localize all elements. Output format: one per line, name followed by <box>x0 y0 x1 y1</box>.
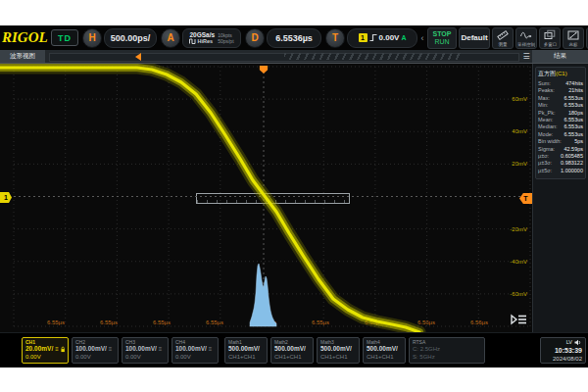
volt-axis-label: 60mV <box>512 96 527 102</box>
volt-axis-label: -60mV <box>510 291 527 297</box>
rtsa-span: S: 5GHz <box>413 353 481 361</box>
tab-waveform-view[interactable]: 波形视图 <box>0 50 45 63</box>
delay-display[interactable]: 6.5536µs <box>267 28 321 48</box>
stat-row: μ±3σ:0.983122 <box>538 160 583 167</box>
math3-expression: CH1+CH1 <box>320 353 356 361</box>
results-panel: 直方图(C1) Sum:474hits Peaks:21hits Max:6.5… <box>532 64 588 332</box>
time-axis-label: 6.55µs <box>100 319 118 325</box>
time-axis-label: 6.56µs <box>470 319 488 325</box>
run-stop-button[interactable]: STOP RUN <box>427 27 457 49</box>
view-menu-icon[interactable]: ☰ <box>520 53 532 61</box>
ruler-icon <box>497 29 509 41</box>
toolbar-scroll-left[interactable]: ‹ <box>419 33 425 43</box>
ch1-offset: 0.00V <box>25 353 65 361</box>
screenshot-page: RIGOL TD H 500.00ps/ A 20GSa/s 10kpts Hi… <box>0 0 588 392</box>
volt-axis-label: -40mV <box>510 259 527 265</box>
acquisition-knob[interactable]: A <box>161 28 180 48</box>
delay-knob[interactable]: D <box>245 28 265 48</box>
ch1-scale: 20.00mV/ <box>25 345 53 353</box>
cursor-icon <box>567 29 579 41</box>
stat-row: Sigma:42.59ps <box>538 146 583 153</box>
cursor-button[interactable]: 光标 <box>563 27 584 49</box>
trigger-sweep-mode: A <box>401 34 406 41</box>
acquisition-display[interactable]: 20GSa/s 10kpts HiRes 50ps/pt <box>182 28 241 48</box>
sample-control-button[interactable]: 采样控制 <box>515 27 537 49</box>
ch3-offset: 0.00V <box>125 353 165 361</box>
ch4-offset: 0.00V <box>175 353 215 361</box>
stat-row: Max:6.553us <box>538 95 583 102</box>
stat-row: Median:6.553us <box>538 123 583 130</box>
volt-axis-label: 20mV <box>512 161 527 167</box>
top-toolbar: RIGOL TD H 500.00ps/ A 20GSa/s 10kpts Hi… <box>0 25 588 50</box>
trigger-position-marker[interactable] <box>260 66 269 74</box>
channel-box-ch3[interactable]: CH3 100.00mV/≡ 0.00V <box>122 337 169 364</box>
stat-row: Peaks:21hits <box>538 87 583 94</box>
channel-box-ch2[interactable]: CH2 100.00mV/≡ 0.00V <box>72 337 119 364</box>
coupling-icon: ≡ <box>159 346 163 352</box>
stat-row: Min:6.553us <box>538 102 583 109</box>
stats-channel-text: (C1) <box>556 71 567 76</box>
default-button[interactable]: Default <box>459 27 490 49</box>
horizontal-knob[interactable]: H <box>82 28 102 48</box>
coupling-icon: ≡ <box>209 346 213 352</box>
main-area: 6.55µs 6.55µs 6.55µs 6.55µs 6.55µs 6.55µ… <box>0 64 588 332</box>
volt-axis-label: 40mV <box>512 128 527 134</box>
multi-window-icon <box>544 29 556 41</box>
time-axis-label: 6.55µs <box>206 319 223 325</box>
math1-expression: CH1+CH1 <box>228 353 264 361</box>
ch4-scale: 100.00mV/ <box>175 345 207 353</box>
time-axis-label: 6.55µs <box>259 319 276 325</box>
math-box-math3[interactable]: Math3 500.00mV/ CH1+CH1 <box>317 337 360 364</box>
acquire-mode: HiRes <box>197 38 213 44</box>
clock-time: 10:53:39 <box>544 346 582 355</box>
stat-row: Mean:6.553us <box>538 117 583 123</box>
math4-expression: CH1+CH1 <box>367 353 402 361</box>
stat-row: Sum:474hits <box>538 80 583 87</box>
rtsa-box[interactable]: RTSA C: 2.5GHz S: 5GHz <box>409 337 485 364</box>
multi-window-label: 多窗口 <box>543 41 557 46</box>
rising-edge-icon <box>369 33 377 42</box>
waveform-grid[interactable]: 6.55µs 6.55µs 6.55µs 6.55µs 6.55µs 6.55µ… <box>0 64 532 332</box>
ch3-scale: 100.00mV/ <box>125 345 157 353</box>
cursor-label: 光标 <box>569 41 578 46</box>
volt-axis-label: -20mV <box>510 226 527 232</box>
grid-quick-menu-icon[interactable] <box>511 313 527 330</box>
memory-position-marker[interactable] <box>135 53 141 61</box>
channel1-offset-marker[interactable]: 1 <box>0 192 12 203</box>
math-box-math2[interactable]: Math2 500.00mV/ CH1+CH1 <box>270 337 314 364</box>
math-box-math4[interactable]: Math4 500.00mV/ CH1+CH1 <box>363 337 406 364</box>
bandwidth-limit-icon: ≡ <box>55 346 59 352</box>
time-axis-label: 6.56µs <box>417 319 435 325</box>
channel-box-ch1[interactable]: CH1 20.00mV/≡ 0.00V <box>22 337 69 364</box>
clock-box[interactable]: LV 10:53:39 2024/08/02 <box>540 337 586 364</box>
math4-scale: 500.00mV/ <box>367 345 402 353</box>
trigger-level: 0.00V <box>379 33 400 42</box>
timebase-display[interactable]: 500.00ps/ <box>104 28 157 48</box>
histogram-stats-title: 直方图(C1) <box>538 70 583 78</box>
stats-title-text: 直方图 <box>538 71 556 76</box>
time-axis-label: 6.55µs <box>312 319 329 325</box>
memory-unused-hatch <box>284 53 461 60</box>
tab-results[interactable]: 结果 <box>532 50 588 63</box>
math1-scale: 500.00mV/ <box>228 345 264 353</box>
channel-box-ch4[interactable]: CH4 100.00mV/≡ 0.00V <box>172 337 219 364</box>
multi-window-button[interactable]: 多窗口 <box>539 27 561 49</box>
math3-scale: 500.00mV/ <box>320 345 356 353</box>
math2-scale: 500.00mV/ <box>274 345 310 353</box>
histogram-statistics[interactable]: 直方图(C1) Sum:474hits Peaks:21hits Max:6.5… <box>535 67 586 179</box>
channel-status-bar: CH1 20.00mV/≡ 0.00V CH2 100.00mV/≡ 0.00V… <box>0 332 588 368</box>
stat-row: Pk_Pk:180ps <box>538 110 583 117</box>
lock-icon <box>61 346 65 353</box>
stat-row: μ±5σ:1.000000 <box>538 168 583 174</box>
ch2-offset: 0.00V <box>75 353 115 361</box>
histogram-shape <box>250 264 276 326</box>
waveform-record-icon <box>520 29 532 41</box>
trigger-display[interactable]: 1 0.00V A <box>347 28 417 48</box>
measure-button[interactable]: 测量 <box>492 27 514 49</box>
trigger-source-badge: 1 <box>359 33 368 42</box>
stop-label: STOP <box>433 30 452 38</box>
trigger-knob[interactable]: T <box>325 28 345 48</box>
histogram-range-box[interactable] <box>196 193 350 204</box>
math-box-math1[interactable]: Math1 500.00mV/ CH1+CH1 <box>224 337 268 364</box>
trigger-level-marker[interactable]: T <box>519 193 532 204</box>
